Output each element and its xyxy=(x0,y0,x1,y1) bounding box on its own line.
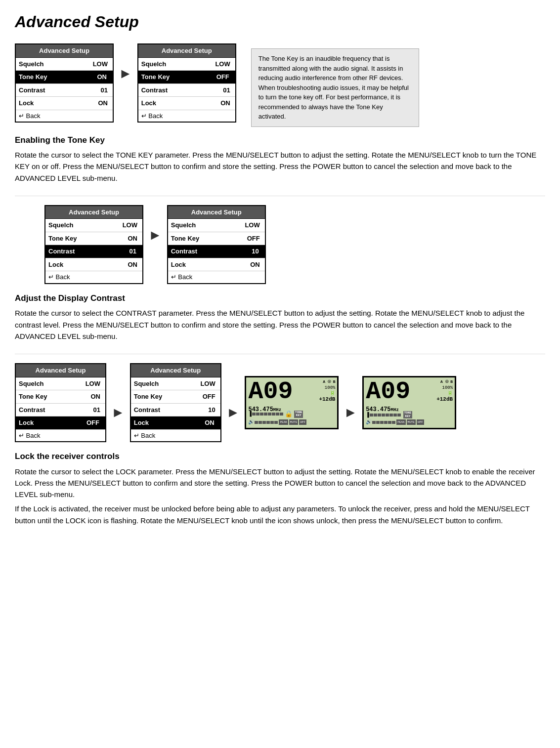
tonekey-label-2b: Tone Key xyxy=(171,234,200,244)
menu-row-tonekey-1a: Tone Key ON xyxy=(16,71,113,84)
menu-row-contrast-3a: Contrast 01 xyxy=(16,404,105,417)
menu-title-2a: Advanced Setup xyxy=(45,206,142,219)
squelch-label-2b: Squelch xyxy=(171,220,196,230)
audio-bars-unlocked xyxy=(372,421,395,424)
menu-panel-1a: Advanced Setup Squelch LOW Tone Key ON C… xyxy=(15,43,114,123)
lock-value-2b: ON xyxy=(248,259,262,270)
contrast-value-1b: 01 xyxy=(221,85,232,96)
lock-symbol-locked: 🔒 xyxy=(285,410,293,419)
tonekey-label-2a: Tone Key xyxy=(48,234,77,244)
menu-panel-3b: Advanced Setup Squelch LOW Tone Key OFF … xyxy=(130,363,221,442)
panel-group-3: Advanced Setup Squelch LOW Tone Key ON C… xyxy=(15,363,545,442)
squelch-value-3a: LOW xyxy=(84,378,102,389)
section-lock: Lock the receiver controls Rotate the cu… xyxy=(15,450,545,526)
section-contrast: Adjust the Display Contrast Rotate the c… xyxy=(15,292,545,342)
menu-row-lock-2a: Lock ON xyxy=(45,258,142,272)
panel-group-1: Advanced Setup Squelch LOW Tone Key ON C… xyxy=(15,43,236,123)
display-gain-unlocked: +12dB xyxy=(436,395,453,404)
menu-row-squelch-3b: Squelch LOW xyxy=(131,377,220,391)
audio-icon-locked: 🔊 xyxy=(248,418,254,426)
tonekey-value-1b: OFF xyxy=(214,72,232,83)
tonekey-value-2a: ON xyxy=(126,233,140,244)
contrast-value-1a: 01 xyxy=(99,85,110,96)
menu-row-contrast-1b: Contrast 01 xyxy=(138,84,235,97)
menu-row-lock-2b: Lock ON xyxy=(168,258,265,272)
body-contrast: Rotate the cursor to select the CONTRAST… xyxy=(15,307,545,342)
mute-badge-unlocked: MUTE xyxy=(407,419,416,425)
ab-indicator-locked: A ⦾ B xyxy=(323,379,335,384)
contrast-value-3a: 01 xyxy=(91,405,102,416)
menu-row-squelch-1a: Squelch LOW xyxy=(16,58,113,71)
tonekey-label-1b: Tone Key xyxy=(141,72,170,82)
mute-badge-locked: MUTE xyxy=(289,419,298,425)
menu-row-tonekey-3a: Tone Key ON xyxy=(16,390,105,404)
panel-group-2: Advanced Setup Squelch LOW Tone Key ON C… xyxy=(44,205,545,284)
info-box: The Tone Key is an inaudible frequency t… xyxy=(251,48,419,127)
menu-panel-3a: Advanced Setup Squelch LOW Tone Key ON C… xyxy=(15,363,106,442)
squelch-value-3b: LOW xyxy=(198,378,217,389)
signal-bars-locked: ▐ xyxy=(248,410,252,418)
battery-pct-locked: 100% xyxy=(325,385,336,390)
tonekey-label-3a: Tone Key xyxy=(19,392,47,402)
body-lock-2: If the Lock is activated, the receiver m… xyxy=(15,503,545,526)
menu-title-2b: Advanced Setup xyxy=(168,206,265,219)
menu-row-squelch-2b: Squelch LOW xyxy=(168,219,265,232)
back-2a: ↵ Back xyxy=(45,271,142,283)
menu-row-tonekey-2b: Tone Key OFF xyxy=(168,232,265,246)
page-title: Advanced Setup xyxy=(15,10,545,34)
lock-label-2b: Lock xyxy=(171,260,186,270)
heading-tone-key: Enabling the Tone Key xyxy=(15,134,545,147)
menu-row-contrast-2b: Contrast 10 xyxy=(168,245,265,258)
squelch-value-2b: LOW xyxy=(243,220,261,231)
menu-row-squelch-3a: Squelch LOW xyxy=(16,377,105,391)
hpf-badge-unlocked: HPF xyxy=(417,419,424,425)
menu-panel-1b: Advanced Setup Squelch LOW Tone Key OFF … xyxy=(137,43,236,123)
menu-row-contrast-2a: Contrast 01 xyxy=(45,245,142,258)
menu-row-lock-3a: Lock OFF xyxy=(16,416,105,430)
arrow-1: ► xyxy=(119,63,132,84)
hpf-badge-locked: HPF xyxy=(299,419,306,425)
contrast-value-2a: 01 xyxy=(127,246,139,257)
menu-title-1a: Advanced Setup xyxy=(16,44,113,58)
menu-row-squelch-1b: Squelch LOW xyxy=(138,58,235,71)
squelch-label-3a: Squelch xyxy=(19,379,44,389)
arrow-3: ► xyxy=(111,402,125,423)
display-gain-locked: +12dB xyxy=(319,395,335,404)
bar-segs-locked xyxy=(252,413,283,416)
tonekey-label-3b: Tone Key xyxy=(134,392,163,402)
menu-title-3a: Advanced Setup xyxy=(16,364,105,377)
back-3a: ↵ Back xyxy=(16,430,105,442)
lock-value-1b: ON xyxy=(218,98,232,109)
body-tone-key: Rotate the cursor to select the TONE KEY… xyxy=(15,149,545,184)
signal-bars-unlocked: ▐ xyxy=(366,411,369,419)
back-1a: ↵ Back xyxy=(16,110,113,122)
squelch-label-2a: Squelch xyxy=(48,220,74,230)
contrast-label-2b: Contrast xyxy=(171,247,197,256)
menu-row-lock-1a: Lock ON xyxy=(16,97,113,110)
squelch-value-1b: LOW xyxy=(213,59,232,70)
contrast-label-1a: Contrast xyxy=(19,85,45,95)
lock-label-3a: Lock xyxy=(19,418,34,428)
back-3b: ↵ Back xyxy=(131,430,220,442)
heading-contrast: Adjust the Display Contrast xyxy=(15,292,545,305)
body-lock-1: Rotate the cursor to select the LOCK par… xyxy=(15,466,545,500)
bar-segs-unlocked xyxy=(370,414,401,416)
display-screen-unlocked: A09 543.475MHz A ⦾ B 100% 🔋 +12dB ▐ TONE… xyxy=(362,376,456,429)
peak-badge-unlocked: PEAK xyxy=(396,419,405,425)
lock-label-3b: Lock xyxy=(134,418,149,428)
battery-pct-unlocked: 100% xyxy=(442,385,453,390)
lock-value-2a: ON xyxy=(126,259,140,270)
heading-lock: Lock the receiver controls xyxy=(15,450,545,463)
display-channel-locked: A09 xyxy=(248,379,293,404)
menu-row-tonekey-2a: Tone Key ON xyxy=(45,232,142,246)
squelch-value-1a: LOW xyxy=(91,59,110,70)
lock-label-1b: Lock xyxy=(141,98,156,108)
top-panels-left: Advanced Setup Squelch LOW Tone Key ON C… xyxy=(15,43,236,125)
display-right-top-unlocked: A ⦾ B 100% 🔋 xyxy=(440,379,453,397)
tonekey-value-1a: ON xyxy=(94,72,110,83)
menu-row-contrast-1a: Contrast 01 xyxy=(16,84,113,97)
lock-value-3a: OFF xyxy=(84,417,102,428)
lock-value-1a: ON xyxy=(96,98,110,109)
tone-key-badge-unlocked: TONEKEY xyxy=(403,411,412,418)
tone-key-badge-locked: TONEKEY xyxy=(294,411,303,418)
